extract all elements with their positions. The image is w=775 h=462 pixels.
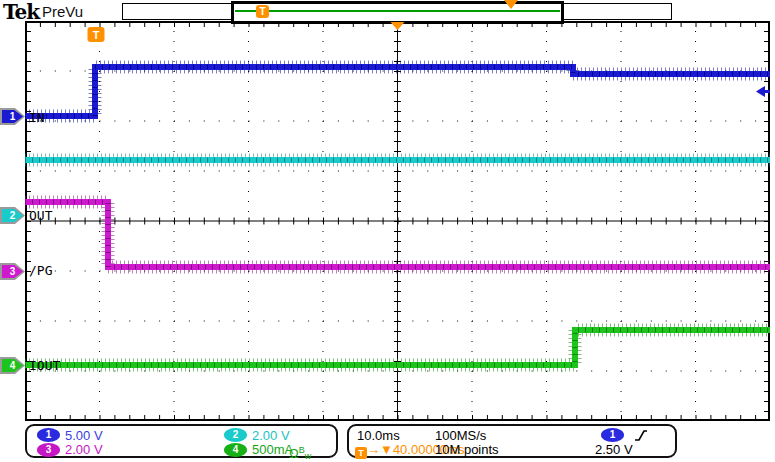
- ch2-position-marker: 2: [0, 207, 25, 224]
- trigger-delay-position-icon: [391, 22, 405, 30]
- trigger-level-arrow-icon: [756, 86, 765, 97]
- ch4-impedance-bw-flags: ΩBw: [289, 443, 311, 462]
- oscilloscope-screen: Tek PreVu T T 1 2 3 4 IN OUT /PG IOUT 1 …: [0, 0, 775, 462]
- sample-rate-readout: 100MS/s: [435, 429, 486, 443]
- waveform-display: T: [25, 21, 770, 421]
- ch1-waveform-label: IN: [29, 110, 45, 125]
- ch1-scale: 5.00 V: [65, 429, 103, 443]
- ch4-waveform-label: IOUT: [29, 358, 60, 373]
- ch3-scale: 2.00 V: [65, 443, 103, 457]
- trigger-t-icon: T: [355, 447, 367, 459]
- ch3-badge: 3: [37, 443, 60, 457]
- acquisition-mode-label: PreVu: [42, 3, 83, 20]
- record-delay-triangle-icon: [504, 0, 518, 9]
- record-waveform-line: [235, 10, 560, 12]
- trigger-level-readout: 2.50 V: [595, 443, 633, 457]
- ch2-waveform-label: OUT: [29, 208, 52, 223]
- ch3-position-marker: 3: [0, 263, 25, 280]
- record-length-readout: 10M points: [435, 443, 499, 457]
- trigger-source-badge: 1: [601, 428, 624, 442]
- ch1-position-marker: 1: [0, 108, 25, 125]
- ch1-badge: 1: [37, 428, 60, 442]
- ch2-scale: 2.00 V: [252, 429, 290, 443]
- ch3-waveform-label: /PG: [29, 263, 52, 278]
- delay-triangle-icon: ▼: [380, 442, 393, 457]
- horizontal-trigger-readouts: 10.0ms 100MS/s 1 T→▼40.00000ms 10M point…: [347, 424, 677, 458]
- record-view-bar: T: [122, 3, 672, 20]
- ch4-scale: 500mA: [252, 443, 293, 457]
- arrow-icon: →: [367, 442, 380, 457]
- channel-scale-readouts: 1 5.00 V 2 2.00 V 3 2.00 V 4 500mA ΩBw: [25, 424, 338, 458]
- ch2-badge: 2: [224, 428, 247, 442]
- timebase-readout: 10.0ms: [357, 429, 400, 443]
- record-trigger-t-icon: T: [256, 5, 269, 18]
- trigger-slope-rising-icon: [633, 428, 648, 443]
- ch4-badge: 4: [224, 443, 247, 457]
- svg-text:T: T: [93, 29, 100, 41]
- ch4-position-marker: 4: [0, 357, 25, 374]
- impedance-icon: Ω: [289, 446, 299, 461]
